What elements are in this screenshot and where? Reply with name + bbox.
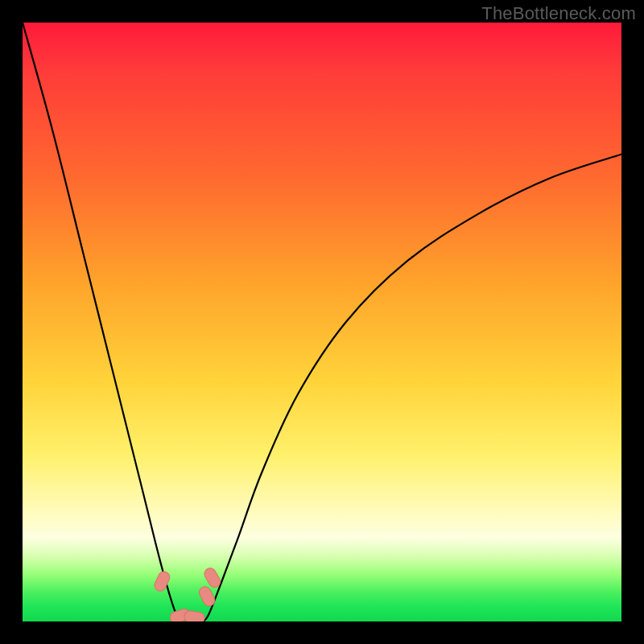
curve-right-branch	[202, 155, 621, 621]
watermark-text: TheBottleneck.com	[481, 3, 636, 24]
curve-layer	[23, 23, 621, 621]
dip-marker-2	[184, 610, 205, 621]
curve-left-branch	[23, 23, 181, 621]
dip-marker-3	[197, 584, 217, 608]
plot-area	[23, 23, 621, 621]
chart-frame: TheBottleneck.com	[0, 0, 644, 644]
